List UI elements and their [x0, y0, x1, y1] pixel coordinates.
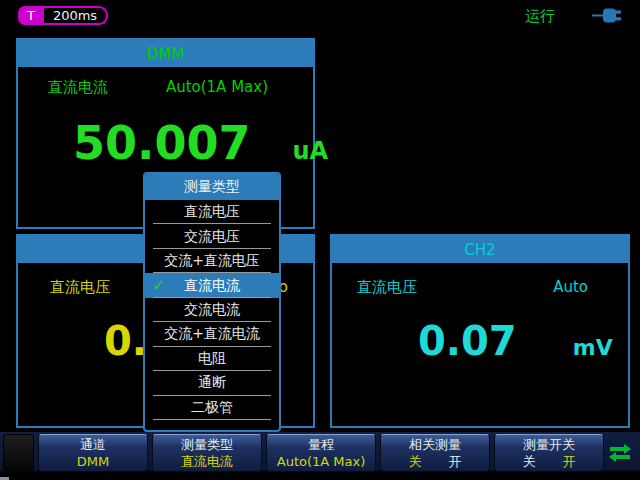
- dmm-range-label: Auto(1A Max): [166, 78, 268, 97]
- menu-item-label: 交流电流: [184, 301, 240, 319]
- softkey-3[interactable]: 量程Auto(1A Max): [266, 434, 376, 472]
- softkey-label: 通道: [39, 436, 147, 453]
- top-status-bar: T 200ms 运行: [0, 0, 640, 30]
- measure-type-menu-title: 测量类型: [145, 174, 279, 200]
- menu-item-label: 直流电压: [184, 203, 240, 221]
- menu-item-label: 电阻: [198, 350, 226, 368]
- run-status: 运行: [525, 7, 555, 26]
- measure-type-menu: 测量类型 直流电压交流电压交流+直流电压✓直流电流交流电流交流+直流电流电阻通断…: [143, 172, 281, 432]
- ch2-panel-title: CH2: [332, 236, 628, 263]
- menu-item[interactable]: 电阻: [145, 347, 279, 371]
- softkey-label: 测量类型: [153, 436, 261, 453]
- ch2-unit: mV: [573, 335, 613, 360]
- menu-item[interactable]: 交流+直流电压: [145, 249, 279, 273]
- softkey-4[interactable]: 相关测量关开: [380, 434, 490, 472]
- softkey-value: DMM: [39, 453, 147, 470]
- ch2-value: 0.07: [418, 318, 517, 364]
- ch2-panel: CH2 直流电压 Auto 0.07mV: [330, 234, 630, 428]
- toggle-option[interactable]: 关: [523, 453, 536, 470]
- measure-type-menu-items: 直流电压交流电压交流+直流电压✓直流电流交流电流交流+直流电流电阻通断二极管: [145, 200, 279, 430]
- oscilloscope-screen: T 200ms 运行 DMM 直流电流 Auto(1A Max) 50.007u…: [0, 0, 640, 480]
- menu-item-label: 交流+直流电压: [164, 252, 260, 270]
- dmm-unit: uA: [293, 137, 329, 165]
- menu-item[interactable]: 交流+直流电流: [145, 322, 279, 346]
- ch2-range-label: Auto: [553, 278, 588, 297]
- menu-item[interactable]: 交流电流: [145, 298, 279, 322]
- menu-item-label: 二极管: [191, 399, 233, 417]
- toggle-option[interactable]: 开: [563, 453, 576, 470]
- menu-item[interactable]: 交流电压: [145, 224, 279, 248]
- dmm-mode-label: 直流电流: [48, 78, 108, 97]
- toggle-option[interactable]: 开: [449, 453, 462, 470]
- softkey-label: 相关测量: [381, 436, 489, 453]
- menu-item-label: 交流+直流电流: [164, 325, 260, 343]
- menu-hide-button[interactable]: [3, 434, 34, 471]
- swap-arrows-icon[interactable]: [606, 440, 634, 466]
- ch1-mode-label: 直流电压: [50, 278, 110, 297]
- dmm-value: 50.007: [73, 116, 251, 170]
- ch1-value: 0.: [104, 318, 147, 364]
- softkey-value: Auto(1A Max): [267, 453, 375, 470]
- menu-item-label: 交流电压: [184, 228, 240, 246]
- ch2-mode-label: 直流电压: [357, 278, 417, 297]
- check-icon: ✓: [152, 276, 165, 295]
- softkey-bar: 通道DMM测量类型直流电流量程Auto(1A Max)相关测量关开测量开关关开: [0, 432, 640, 480]
- softkey-1[interactable]: 通道DMM: [38, 434, 148, 472]
- menu-item-label: 直流电流: [184, 277, 240, 295]
- softkey-5[interactable]: 测量开关关开: [494, 434, 604, 472]
- dmm-panel-title: DMM: [18, 40, 313, 67]
- trigger-time-badge[interactable]: T 200ms: [18, 6, 108, 25]
- softkey-value: 直流电流: [153, 453, 261, 470]
- menu-item[interactable]: ✓直流电流: [145, 273, 279, 297]
- menu-item[interactable]: 二极管: [145, 396, 279, 420]
- menu-item[interactable]: 直流电压: [145, 200, 279, 224]
- toggle-option[interactable]: 关: [409, 453, 422, 470]
- menu-item[interactable]: 通断: [145, 371, 279, 395]
- softkey-2[interactable]: 测量类型直流电流: [152, 434, 262, 472]
- softkey-label: 测量开关: [495, 436, 603, 453]
- trigger-time-value: 200ms: [44, 6, 108, 25]
- softkey-label: 量程: [267, 436, 375, 453]
- trigger-label: T: [18, 6, 44, 25]
- plug-icon: [592, 7, 624, 24]
- menu-item-label: 通断: [198, 374, 226, 392]
